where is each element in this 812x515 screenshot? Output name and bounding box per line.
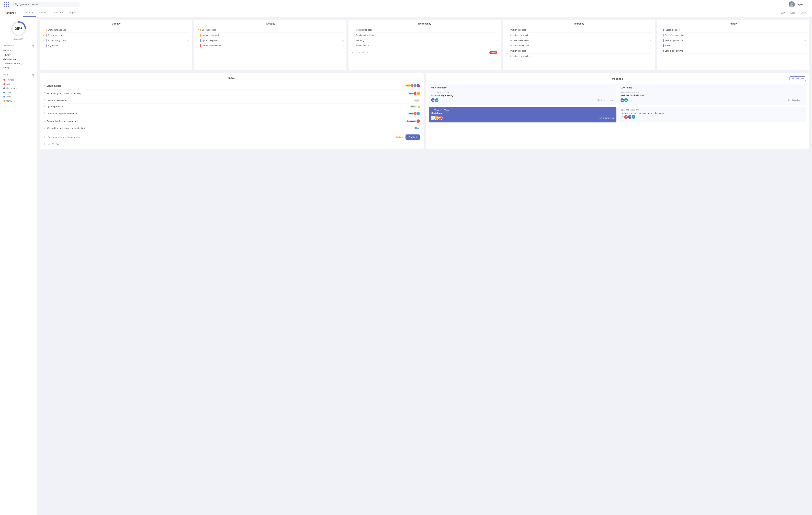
- task-more-icon[interactable]: ···: [804, 39, 807, 42]
- day-title: Wednesday: [351, 22, 498, 25]
- app-logo[interactable]: [3, 1, 9, 7]
- task-more-icon[interactable]: ···: [804, 50, 807, 53]
- view-btn-week[interactable]: Week: [788, 11, 798, 15]
- view-btn-month[interactable]: Month: [798, 11, 809, 15]
- task-more-icon[interactable]: ···: [496, 39, 498, 42]
- task-more-icon[interactable]: ···: [650, 28, 652, 31]
- task-more-icon[interactable]: ···: [650, 34, 652, 37]
- task-check[interactable]: ✓: [197, 34, 199, 36]
- tag-work[interactable]: work: [3, 82, 34, 86]
- task-more-icon[interactable]: ···: [650, 39, 652, 42]
- task-check[interactable]: [660, 50, 662, 52]
- tag-badge[interactable]: documents: [405, 120, 417, 122]
- task-text: Publish 2 blog posts: [48, 39, 187, 41]
- channel-bugs[interactable]: # bugs: [3, 65, 34, 70]
- task-check[interactable]: [660, 39, 662, 41]
- task-more-icon[interactable]: ···: [496, 34, 498, 37]
- task-check[interactable]: ✓: [42, 34, 45, 36]
- task-check[interactable]: [505, 29, 508, 31]
- drag-handle[interactable]: ⠿: [43, 120, 45, 122]
- task-more-icon[interactable]: ···: [187, 39, 190, 42]
- task-item: Publish blog post ···: [660, 27, 807, 33]
- add-task-button[interactable]: Add task: [405, 134, 420, 140]
- task-accent: [663, 39, 664, 42]
- channel-designonly[interactable]: # design-only: [3, 57, 34, 61]
- inbox-row-text: Write a blog post about communication: [47, 127, 413, 129]
- task-check[interactable]: [197, 44, 199, 47]
- task-check[interactable]: [505, 50, 508, 52]
- workspace-selector[interactable]: Titanium ▾: [3, 11, 16, 14]
- tag-family[interactable]: family: [3, 99, 34, 103]
- drag-handle[interactable]: ⠿: [43, 127, 45, 129]
- task-check[interactable]: [660, 44, 662, 47]
- toolbar-reply-icon[interactable]: ↩: [48, 143, 50, 146]
- tag-store[interactable]: store: [3, 90, 34, 95]
- create-new-button[interactable]: + Create new: [789, 77, 806, 81]
- task-more-icon[interactable]: ···: [804, 28, 807, 31]
- task-check[interactable]: [505, 39, 508, 41]
- task-more-icon[interactable]: ···: [804, 34, 807, 37]
- tag-badge[interactable]: store: [410, 105, 417, 108]
- task-more-icon[interactable]: ···: [342, 34, 344, 37]
- task-more-icon[interactable]: ···: [650, 50, 652, 53]
- task-check[interactable]: [351, 34, 353, 36]
- user-chevron[interactable]: ▾: [808, 3, 809, 6]
- drag-handle[interactable]: ⠿: [43, 92, 45, 95]
- channel-general[interactable]: # general: [3, 49, 34, 53]
- task-text: Create landing page: [48, 29, 187, 31]
- task-check[interactable]: [351, 39, 353, 41]
- task-more-icon[interactable]: ···: [342, 28, 344, 31]
- tag-badge[interactable]: blog: [414, 127, 420, 129]
- task-more-icon[interactable]: ···: [650, 55, 652, 58]
- task-more-icon[interactable]: ···: [496, 28, 498, 31]
- task-check[interactable]: ✓: [42, 44, 45, 47]
- task-check[interactable]: [660, 29, 662, 31]
- task-check[interactable]: [505, 34, 508, 36]
- drag-handle[interactable]: ⠿: [43, 84, 45, 87]
- remove-tag-icon[interactable]: ×: [402, 136, 403, 138]
- task-more-icon[interactable]: ···: [342, 39, 344, 42]
- drag-handle[interactable]: ⠿: [43, 105, 45, 108]
- task-check[interactable]: [351, 29, 353, 31]
- task-check[interactable]: ✓: [197, 39, 199, 41]
- tab-planner[interactable]: Planner: [23, 9, 36, 17]
- task-more-icon[interactable]: ···: [342, 44, 344, 47]
- task-more-icon[interactable]: ···: [187, 44, 190, 47]
- task-more-icon[interactable]: ···: [650, 44, 652, 47]
- tag-blog[interactable]: blog: [3, 95, 34, 99]
- tab-reports[interactable]: Reports: [67, 9, 80, 17]
- task-more-icon[interactable]: ···: [187, 34, 190, 37]
- toolbar-flag-icon[interactable]: ⚑: [43, 143, 46, 146]
- meeting-footer: AMES 📎10 attacheme...: [621, 98, 804, 102]
- task-check[interactable]: ✓: [42, 39, 45, 41]
- task-more-icon[interactable]: ···: [804, 44, 807, 47]
- drag-handle[interactable]: ⠿: [43, 112, 45, 115]
- drag-handle[interactable]: ⠿: [43, 99, 45, 102]
- toolbar-attach-icon[interactable]: 📎: [56, 143, 60, 146]
- tag-courses[interactable]: courses: [3, 78, 34, 82]
- tag-documents[interactable]: documents: [3, 86, 34, 90]
- user-avatar[interactable]: [789, 1, 795, 7]
- tag-badge[interactable]: store: [413, 99, 420, 102]
- task-check[interactable]: [660, 34, 662, 36]
- search-bar[interactable]: 🔍: [12, 2, 80, 7]
- inbox-input[interactable]: [48, 136, 394, 138]
- task-text: 3 sketches of logo for...: [511, 34, 650, 36]
- task-check[interactable]: [505, 44, 508, 47]
- channel-funny[interactable]: # funny: [3, 53, 34, 57]
- task-check[interactable]: [351, 44, 353, 47]
- task-check[interactable]: ✓: [197, 29, 199, 31]
- add-channel-icon[interactable]: ⊕: [32, 44, 34, 47]
- task-check[interactable]: [505, 55, 508, 57]
- tab-projects[interactable]: Projects: [36, 9, 50, 17]
- toolbar-list-icon[interactable]: ☰: [52, 143, 54, 146]
- view-btn-day[interactable]: Day: [779, 11, 787, 15]
- tab-timesheet[interactable]: Timesheet: [50, 9, 66, 17]
- task-accent: [509, 44, 510, 47]
- add-tag-icon[interactable]: ⊕: [32, 73, 34, 76]
- task-more-icon[interactable]: ···: [187, 28, 190, 31]
- task-more-icon[interactable]: ···: [496, 44, 498, 47]
- channel-developmentonly[interactable]: # development-only: [3, 61, 34, 65]
- search-input[interactable]: [19, 3, 77, 6]
- task-check[interactable]: ✓: [42, 29, 45, 31]
